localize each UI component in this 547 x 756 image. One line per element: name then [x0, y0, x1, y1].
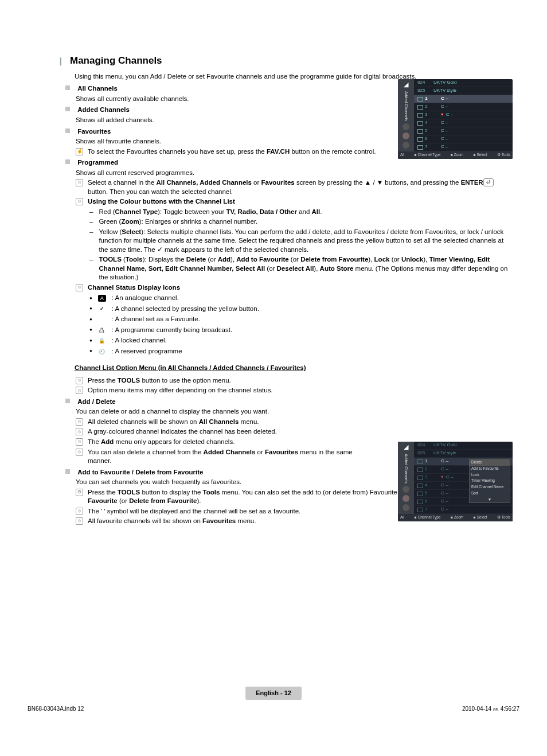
colour-buttons-list: – Red (Channel Type): Toggle between you… — [89, 208, 513, 282]
enter-key-icon: ⏎ — [483, 178, 494, 186]
list-item: 5C -- — [414, 127, 513, 135]
green-row: – Green (Zoom): Enlarges or shrinks a ch… — [89, 217, 513, 227]
channel-list-screenshot-1: ◢ Added Channels 824UKTV Gold 825UKTV st… — [398, 79, 513, 159]
option-menu-heading: Channel List Option Menu (in All Channel… — [75, 364, 513, 373]
square-bullet-icon — [65, 107, 70, 111]
list-item: 7C -- — [414, 506, 513, 514]
list-item: 1C -- — [414, 95, 513, 103]
timestamp: 2010-04-14 ㏘ 4:56:27 — [462, 705, 519, 713]
tv-icon — [417, 137, 423, 142]
heart-icon: ♥ — [441, 474, 444, 481]
broadcast-icon: 凸 — [98, 327, 106, 334]
title-bullet-icon: ❙ — [57, 56, 64, 67]
tv-icon — [417, 492, 423, 496]
tv-icon — [417, 145, 423, 150]
satellite-icon — [403, 486, 409, 493]
list-item: 825UKTV style — [414, 87, 513, 95]
heart-side-icon — [403, 495, 409, 502]
list-item: 6C -- — [414, 135, 513, 143]
clock-icon: 🕘 — [98, 348, 106, 355]
globe-side-icon — [403, 142, 409, 149]
check-icon: ✓ — [98, 306, 106, 313]
list-item: 824UKTV Gold — [414, 442, 513, 450]
lock-icon: 🔒 — [98, 337, 106, 344]
info-note-icon: ⦸ — [76, 517, 83, 525]
favourites-label: Favourites — [77, 128, 111, 135]
option-note1: ⦸ Press the TOOLS button to use the opti… — [76, 376, 513, 385]
tools-note-icon: ⚙ — [76, 489, 83, 496]
list-item: 825UKTV style — [414, 450, 513, 458]
square-bullet-icon — [65, 85, 70, 90]
square-bullet-icon — [65, 469, 70, 474]
add-delete-desc: You can delete or add a channel to displ… — [76, 407, 513, 416]
antenna-icon: ◢ — [404, 80, 408, 89]
info-note-icon: ⦸ — [76, 179, 83, 186]
add-delete-item: Add / Delete — [65, 398, 513, 407]
tv-icon — [417, 500, 423, 504]
add-fav-label: Add to Favourite / Delete from Favourite — [77, 469, 203, 476]
colour-buttons-heading-row: ⦸ Using the Colour buttons with the Chan… — [76, 197, 513, 206]
list-item: 2C -- — [414, 103, 513, 111]
list-item: 7C -- — [414, 143, 513, 151]
info-note-icon: ⦸ — [76, 377, 83, 384]
heart-icon: ♥ — [441, 112, 444, 118]
tools-row: – TOOLS (Tools): Displays the Delete (or… — [89, 255, 513, 282]
info-note-icon: ⦸ — [76, 284, 83, 291]
info-note-icon: ⦸ — [76, 508, 83, 515]
info-note-icon: ⦸ — [76, 428, 83, 435]
tools-popup: Delete Add to Favourite Lock Timer Viewi… — [469, 459, 510, 503]
added-channels-label: Added Channels — [77, 106, 130, 113]
doc-code: BN68-03043A.indb 12 — [28, 705, 84, 713]
tv-icon — [417, 113, 423, 118]
channel-list-screenshot-2: ◢ Added Channels 824UKTV Gold 825UKTV st… — [398, 442, 513, 521]
info-note-icon: ⦸ — [76, 438, 83, 446]
page-title: Managing Channels — [70, 54, 162, 68]
list-item: 3♥C -- — [414, 111, 513, 119]
square-bullet-icon — [65, 159, 70, 164]
programmed-item: Programmed — [65, 158, 513, 167]
remote-note-icon: ☝ — [76, 148, 83, 155]
satellite-icon — [403, 123, 409, 130]
screenshot-footer: All ■ Channel Type ■ Zoom ■ Select ⚙ Too… — [398, 514, 513, 521]
info-note-icon: ⦸ — [76, 449, 83, 456]
section-title-row: ❙ Managing Channels — [57, 54, 513, 68]
programmed-desc: Shows all current reserved programmes. — [76, 169, 513, 178]
tv-icon — [417, 121, 423, 126]
heart-icon — [98, 316, 106, 323]
info-note-icon: ⦸ — [76, 198, 83, 205]
tv-icon — [417, 459, 423, 464]
list-item: 4C -- — [414, 119, 513, 127]
all-channels-label: All Channels — [77, 85, 118, 92]
select-channel-note: ⦸ Select a channel in the All Channels, … — [76, 178, 513, 196]
screenshot-footer: All ■ Channel Type ■ Zoom ■ Select ⚙ Too… — [398, 151, 513, 159]
tv-icon — [417, 508, 423, 512]
tv-icon — [417, 129, 423, 134]
tv-icon — [417, 476, 423, 480]
analogue-icon: A — [98, 295, 106, 302]
status-icons-list: ●A: An analogue channel. ●✓: A channel s… — [89, 294, 513, 356]
tv-icon — [417, 484, 423, 488]
tv-icon — [417, 467, 423, 472]
globe-side-icon — [403, 504, 409, 511]
tv-icon — [417, 97, 423, 102]
red-row: – Red (Channel Type): Toggle between you… — [89, 208, 513, 217]
heart-side-icon — [403, 133, 409, 139]
status-heading: Channel Status Display Icons — [88, 283, 513, 293]
add-delete-label: Add / Delete — [77, 398, 115, 405]
info-note-icon: ⦸ — [76, 418, 83, 426]
programmed-label: Programmed — [77, 159, 118, 166]
square-bullet-icon — [65, 399, 70, 403]
antenna-icon: ◢ — [404, 443, 408, 451]
status-heading-row: ⦸ Channel Status Display Icons — [76, 283, 513, 293]
page-number-badge: English - 12 — [245, 687, 302, 700]
square-bullet-icon — [65, 128, 70, 133]
page: ❙ Managing Channels Using this menu, you… — [0, 0, 547, 723]
yellow-row: – Yellow (Select): Selects multiple chan… — [89, 228, 513, 255]
list-item: 824UKTV Gold — [414, 79, 513, 87]
tv-icon — [417, 105, 423, 110]
info-note-icon: ⦸ — [76, 387, 83, 394]
colour-buttons-heading: Using the Colour buttons with the Channe… — [88, 197, 513, 206]
option-note2: ⦸ Option menu items may differ depending… — [76, 386, 513, 395]
